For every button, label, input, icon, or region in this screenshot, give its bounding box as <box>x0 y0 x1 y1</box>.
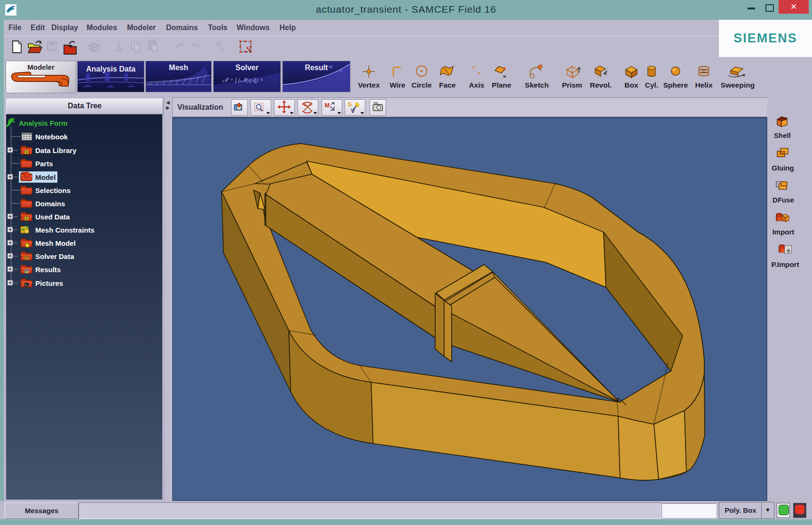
svg-text:Face: Face <box>439 81 456 89</box>
svg-text:Mesh Constraints: Mesh Constraints <box>35 226 95 234</box>
svg-text:Axis: Axis <box>469 81 485 89</box>
svg-text:Results: Results <box>35 266 61 274</box>
svg-text:Plane: Plane <box>492 81 511 89</box>
svg-text:Pictures: Pictures <box>35 279 63 287</box>
svg-text:Model: Model <box>35 173 56 181</box>
svg-text:Helix: Helix <box>695 81 712 89</box>
svg-text:Cyl.: Cyl. <box>645 81 658 89</box>
svg-text:Solver Data: Solver Data <box>35 252 74 260</box>
svg-text:Analysis Form: Analysis Form <box>19 119 67 127</box>
svg-text:Notebook: Notebook <box>35 133 68 141</box>
svg-text:P.Import: P.Import <box>772 260 799 268</box>
svg-text:DFuse: DFuse <box>772 196 794 204</box>
svg-text:Data Library: Data Library <box>35 146 77 154</box>
svg-text:M: M <box>325 102 330 109</box>
svg-text:V: V <box>351 108 355 114</box>
svg-text:Parts: Parts <box>35 160 53 168</box>
svg-text:Prism: Prism <box>562 81 582 89</box>
svg-text:Gluing: Gluing <box>772 164 794 172</box>
svg-text:Mesh Model: Mesh Model <box>35 239 76 247</box>
svg-text:S: S <box>348 101 352 108</box>
svg-text:Sphere: Sphere <box>663 81 688 89</box>
svg-text:Used Data: Used Data <box>35 213 70 221</box>
svg-text:Domains: Domains <box>35 200 65 208</box>
svg-text:Revol.: Revol. <box>590 81 612 89</box>
svg-text:Wire: Wire <box>390 81 406 89</box>
svg-text:Sweeping: Sweeping <box>721 81 755 89</box>
svg-text:Shell: Shell <box>774 131 791 139</box>
svg-text:𝓝 = ∫ (𝓝(q·q̃) +: 𝓝 = ∫ (𝓝(q·q̃) + <box>222 76 263 84</box>
svg-text:Import: Import <box>772 228 795 236</box>
svg-text:Vertex: Vertex <box>358 81 380 89</box>
svg-text:Sketch: Sketch <box>525 81 549 89</box>
svg-text:Box: Box <box>624 81 638 89</box>
svg-text:Selections: Selections <box>35 186 71 194</box>
svg-text:Circle: Circle <box>411 81 431 89</box>
